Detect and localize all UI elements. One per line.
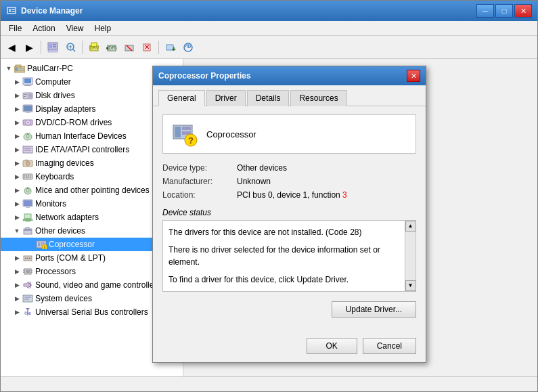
status-line1: The drivers for this device are not inst… xyxy=(169,226,397,238)
location-value: PCI bus 0, device 1, function 3 xyxy=(237,190,347,200)
dialog-footer: OK Cancel xyxy=(153,332,426,362)
toolbar: ◀ ▶ DRV xyxy=(1,36,537,59)
device-large-icon: ? xyxy=(171,121,198,148)
svg-text:DRV: DRV xyxy=(89,45,99,50)
add-hardware-button[interactable]: + xyxy=(162,39,179,56)
svg-rect-3 xyxy=(12,11,15,12)
svg-rect-8 xyxy=(48,50,58,52)
title-bar: Device Manager ─ □ ✕ xyxy=(1,1,537,21)
svg-rect-6 xyxy=(53,44,56,45)
device-type-value: Other devices xyxy=(237,163,287,173)
svg-text:?: ? xyxy=(188,135,194,146)
scroll-track[interactable] xyxy=(405,232,416,280)
update-driver-row: Update Driver... xyxy=(162,301,416,318)
dialog-title: Coprocessor Properties xyxy=(158,71,407,81)
window-controls: ─ □ ✕ xyxy=(476,4,532,18)
status-scrollbar: ▲ ▼ xyxy=(405,221,416,291)
svg-rect-7 xyxy=(53,46,56,47)
main-window: Device Manager ─ □ ✕ File Action View He… xyxy=(0,0,538,392)
dialog-general-tab-content: ? Coprocessor Device type: Other devices… xyxy=(153,106,426,332)
menu-action[interactable]: Action xyxy=(27,22,60,35)
app-icon xyxy=(6,5,17,16)
svg-text:+: + xyxy=(172,45,176,53)
rollback-driver-button[interactable]: ◀DRV xyxy=(104,39,120,56)
ok-button[interactable]: OK xyxy=(307,338,357,354)
device-type-row: Device type: Other devices xyxy=(162,163,416,173)
tab-driver[interactable]: Driver xyxy=(206,90,246,106)
update-driver-toolbar-button[interactable]: DRV xyxy=(86,39,102,56)
minimize-button[interactable]: ─ xyxy=(476,4,494,18)
menu-bar: File Action View Help xyxy=(1,21,537,36)
status-bar xyxy=(1,376,537,391)
toolbar-separator-1 xyxy=(41,41,41,54)
svg-rect-5 xyxy=(49,44,52,48)
device-status-section: Device status The drivers for this devic… xyxy=(162,208,416,292)
uninstall-device-button[interactable]: ✕ xyxy=(139,39,155,56)
disable-device-button[interactable] xyxy=(121,39,137,56)
status-section-label: Device status xyxy=(162,208,416,217)
scroll-down-arrow[interactable]: ▼ xyxy=(405,280,416,291)
tab-details[interactable]: Details xyxy=(247,90,290,106)
svg-rect-0 xyxy=(7,7,16,14)
device-header: ? Coprocessor xyxy=(162,114,416,154)
svg-rect-2 xyxy=(12,9,15,10)
menu-view[interactable]: View xyxy=(61,22,89,35)
device-name-label: Coprocessor xyxy=(206,129,256,139)
cancel-button[interactable]: Cancel xyxy=(363,338,416,354)
content-area: ▼ PaulCarr-PC ▶ xyxy=(1,59,537,376)
scan-button[interactable] xyxy=(62,39,79,56)
maximize-button[interactable]: □ xyxy=(495,4,513,18)
status-line2: There is no driver selected for the devi… xyxy=(169,244,397,268)
location-prefix: PCI bus 0, device 1, function xyxy=(237,190,342,200)
tab-general[interactable]: General xyxy=(158,90,205,106)
properties-table: Device type: Other devices Manufacturer:… xyxy=(162,163,416,200)
dialog-close-button[interactable]: ✕ xyxy=(407,70,420,82)
device-type-label: Device type: xyxy=(162,163,237,173)
back-button[interactable]: ◀ xyxy=(3,39,20,56)
toolbar-separator-3 xyxy=(158,41,159,54)
window-title: Device Manager xyxy=(21,6,476,16)
close-button[interactable]: ✕ xyxy=(514,4,532,18)
properties-button[interactable] xyxy=(45,39,61,56)
update-driver-button[interactable]: Update Driver... xyxy=(332,301,416,318)
manufacturer-row: Manufacturer: Unknown xyxy=(162,177,416,186)
svg-rect-1 xyxy=(9,9,11,12)
scroll-up-arrow[interactable]: ▲ xyxy=(405,221,416,232)
forward-button[interactable]: ▶ xyxy=(21,39,37,56)
svg-rect-102 xyxy=(182,127,191,130)
manufacturer-value: Unknown xyxy=(237,177,271,186)
tab-bar: General Driver Details Resources xyxy=(153,85,426,106)
dialog-overlay: Coprocessor Properties ✕ General Driver … xyxy=(1,59,537,376)
coprocessor-properties-dialog: Coprocessor Properties ✕ General Driver … xyxy=(152,66,426,363)
menu-help[interactable]: Help xyxy=(89,22,117,35)
scan-changes-button[interactable] xyxy=(180,39,196,56)
toolbar-separator-2 xyxy=(82,41,83,54)
manufacturer-label: Manufacturer: xyxy=(162,177,237,186)
svg-text:◀DRV: ◀DRV xyxy=(106,45,117,50)
dialog-title-bar: Coprocessor Properties ✕ xyxy=(153,66,426,85)
location-number: 3 xyxy=(342,190,347,200)
svg-rect-101 xyxy=(175,127,181,137)
status-text: The drivers for this device are not inst… xyxy=(169,226,410,286)
status-line3: To find a driver for this device, click … xyxy=(169,274,397,286)
svg-text:✕: ✕ xyxy=(144,43,150,51)
tab-resources[interactable]: Resources xyxy=(290,90,346,106)
location-label: Location: xyxy=(162,190,237,200)
location-row: Location: PCI bus 0, device 1, function … xyxy=(162,190,416,200)
svg-line-10 xyxy=(73,49,75,51)
device-status-box: The drivers for this device are not inst… xyxy=(162,220,416,292)
menu-file[interactable]: File xyxy=(3,22,27,35)
